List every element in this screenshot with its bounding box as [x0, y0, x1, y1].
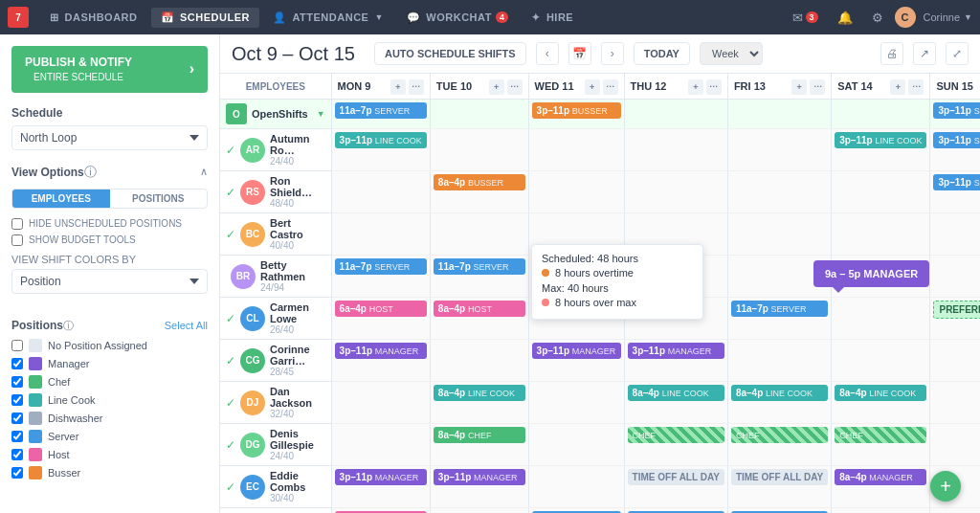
shift-cell-emp-1-day-6[interactable]: 3p–11p SERVER	[930, 171, 980, 213]
week-select[interactable]: Week	[700, 42, 763, 65]
shift-block[interactable]: 6a–4p HOST	[335, 301, 427, 317]
day-menu-icon-5[interactable]: ⋯	[908, 79, 924, 95]
day-add-icon-0[interactable]: +	[390, 79, 406, 95]
settings-btn[interactable]: ⚙	[864, 7, 891, 29]
day-add-icon-1[interactable]: +	[489, 79, 504, 95]
shift-cell-emp-8-day-4[interactable]: TIME OFF ALL DAY	[727, 466, 831, 508]
shift-cell-emp-0-day-6[interactable]: 3p–11p SERVER	[930, 129, 980, 171]
shift-block[interactable]: 8a–4p HOST	[434, 301, 525, 317]
shift-block[interactable]: 8a–4p LINE COOK	[434, 385, 525, 401]
open-shift-cell-day-3[interactable]	[624, 100, 727, 129]
position-checkbox-6[interactable]	[11, 449, 23, 460]
shift-block[interactable]: 11a–7p SERVER	[434, 258, 525, 275]
show-budget-checkbox[interactable]	[11, 234, 23, 246]
shift-cell-emp-7-day-3[interactable]: CHEF	[624, 424, 727, 466]
shift-block[interactable]: 3p–11p MANAGER	[434, 469, 525, 485]
shift-block[interactable]: 3p–11p MANAGER	[628, 343, 724, 359]
shift-cell-emp-5-day-0[interactable]: 3p–11p MANAGER	[331, 340, 430, 382]
next-week-button[interactable]: ›	[601, 42, 624, 65]
day-menu-icon-0[interactable]: ⋯	[409, 79, 424, 95]
shift-cell-emp-9-day-0[interactable]: 11a–7p HOST	[331, 508, 430, 514]
view-options-info-icon[interactable]: ⓘ	[84, 164, 97, 181]
open-shift-cell-day-2[interactable]: 3p–11p BUSSER	[528, 100, 624, 129]
auto-schedule-button[interactable]: AUTO SCHEDULE SHIFTS	[374, 42, 526, 65]
shift-cell-emp-5-day-5[interactable]	[832, 340, 930, 382]
open-shift-cell-day-1[interactable]	[430, 100, 528, 129]
shift-cell-emp-6-day-4[interactable]: 8a–4p LINE COOK	[727, 382, 831, 424]
shift-cell-emp-9-day-5[interactable]	[832, 508, 930, 514]
shift-block[interactable]: 3p–11p LINE COOK	[335, 132, 427, 148]
shift-cell-emp-1-day-4[interactable]	[727, 171, 831, 213]
shift-cell-emp-6-day-1[interactable]: 8a–4p LINE COOK	[430, 382, 528, 424]
day-add-icon-2[interactable]: +	[585, 79, 600, 95]
shift-cell-emp-1-day-2[interactable]	[528, 171, 624, 213]
shift-block[interactable]: 3p–11p MANAGER	[335, 469, 427, 485]
expand-icon-btn[interactable]: ⤢	[946, 42, 969, 65]
schedule-grid[interactable]: EMPLOYEES MON 9 + ⋯ TUE 10 + ⋯	[220, 74, 980, 513]
open-shifts-toggle[interactable]: ▼	[317, 109, 325, 119]
shift-cell-emp-7-day-4[interactable]: CHEF	[727, 424, 831, 466]
position-checkbox-0[interactable]	[11, 340, 23, 351]
shift-block[interactable]: 3p–11p MANAGER	[532, 343, 621, 359]
shift-cell-emp-5-day-3[interactable]: 3p–11p MANAGER	[624, 340, 727, 382]
shift-cell-emp-7-day-0[interactable]	[331, 424, 430, 466]
positions-toggle-btn[interactable]: POSITIONS	[110, 190, 208, 208]
shift-cell-emp-0-day-3[interactable]	[624, 129, 727, 171]
shift-block[interactable]: 3p–11p SERVER	[933, 174, 980, 190]
shift-cell-emp-5-day-6[interactable]	[930, 340, 980, 382]
shift-cell-emp-6-day-3[interactable]: 8a–4p LINE COOK	[624, 382, 727, 424]
shift-block-striped[interactable]: CHEF	[835, 427, 926, 443]
print-icon-btn[interactable]: 🖨	[880, 42, 903, 65]
shift-cell-emp-1-day-0[interactable]	[331, 171, 430, 213]
shift-block[interactable]: 8a–4p CHEF	[434, 427, 525, 443]
shift-block[interactable]: 11a–7p SERVER	[335, 102, 427, 119]
nav-dashboard[interactable]: ⊞ DASHBOARD	[40, 8, 147, 28]
shift-cell-emp-7-day-2[interactable]	[528, 424, 624, 466]
shift-cell-emp-4-day-4[interactable]: 11a–7p SERVER	[727, 298, 831, 340]
shift-cell-emp-5-day-1[interactable]	[430, 340, 528, 382]
shift-cell-emp-4-day-5[interactable]	[832, 298, 930, 340]
shift-cell-emp-8-day-3[interactable]: TIME OFF ALL DAY	[624, 466, 727, 508]
hide-unscheduled-checkbox[interactable]	[11, 218, 23, 230]
shift-cell-emp-3-day-5[interactable]	[832, 256, 930, 298]
shift-cell-emp-7-day-1[interactable]: 8a–4p CHEF	[430, 424, 528, 466]
shift-block-preferred[interactable]: PREFERRED: 8a–4p	[933, 301, 980, 319]
employees-toggle-btn[interactable]: EMPLOYEES	[12, 190, 110, 208]
day-add-icon-3[interactable]: +	[688, 79, 703, 95]
shift-block[interactable]: 8a–4p LINE COOK	[628, 385, 724, 401]
shift-block[interactable]: 3p–11p LINE COOK	[835, 132, 926, 148]
position-checkbox-7[interactable]	[11, 467, 23, 479]
shift-cell-emp-0-day-0[interactable]: 3p–11p LINE COOK	[331, 129, 430, 171]
shift-cell-emp-5-day-4[interactable]	[727, 340, 831, 382]
view-shift-colors-select[interactable]: Position	[11, 269, 208, 294]
shift-cell-emp-6-day-2[interactable]	[528, 382, 624, 424]
shift-cell-emp-3-day-6[interactable]	[930, 256, 980, 298]
shift-block[interactable]: 3p–11p SERVER	[933, 102, 980, 119]
positions-info-icon[interactable]: ⓘ	[63, 319, 74, 333]
nav-attendance[interactable]: 👤 ATTENDANCE ▼	[263, 8, 393, 28]
user-menu[interactable]: C Corinne ▼	[895, 7, 972, 28]
shift-block[interactable]: 3p–11p BUSSER	[532, 102, 621, 119]
schedule-select[interactable]: North Loop	[11, 125, 208, 150]
nav-scheduler[interactable]: 📅 SCHEDULER	[151, 8, 259, 28]
shift-cell-emp-0-day-5[interactable]: 3p–11p LINE COOK	[832, 129, 930, 171]
shift-cell-emp-7-day-5[interactable]: CHEF	[832, 424, 930, 466]
shift-cell-emp-6-day-6[interactable]	[930, 382, 980, 424]
shift-block-timeoff[interactable]: TIME OFF ALL DAY	[628, 469, 724, 485]
shift-cell-emp-9-day-1[interactable]	[430, 508, 528, 514]
shift-cell-emp-9-day-6[interactable]	[930, 508, 980, 514]
open-shift-cell-day-0[interactable]: 11a–7p SERVER	[331, 100, 430, 129]
shift-cell-emp-1-day-5[interactable]	[832, 171, 930, 213]
shift-block[interactable]: 8a–4p BUSSER	[434, 174, 525, 190]
nav-workchat[interactable]: 💬 WORKCHAT 4	[397, 8, 519, 28]
day-menu-icon-1[interactable]: ⋯	[507, 79, 523, 95]
shift-cell-emp-2-day-0[interactable]	[331, 213, 430, 256]
shift-block[interactable]: 3p–11p MANAGER	[335, 343, 427, 359]
shift-cell-emp-5-day-2[interactable]: 3p–11p MANAGER	[528, 340, 624, 382]
shift-cell-emp-0-day-2[interactable]	[528, 129, 624, 171]
shift-block[interactable]: 8a–4p LINE COOK	[835, 385, 926, 401]
shift-cell-emp-3-day-0[interactable]: 11a–7p SERVER	[331, 256, 430, 298]
day-menu-icon-3[interactable]: ⋯	[706, 79, 722, 95]
open-shift-cell-day-4[interactable]	[727, 100, 831, 129]
shift-cell-emp-3-day-1[interactable]: 11a–7p SERVER	[430, 256, 528, 298]
